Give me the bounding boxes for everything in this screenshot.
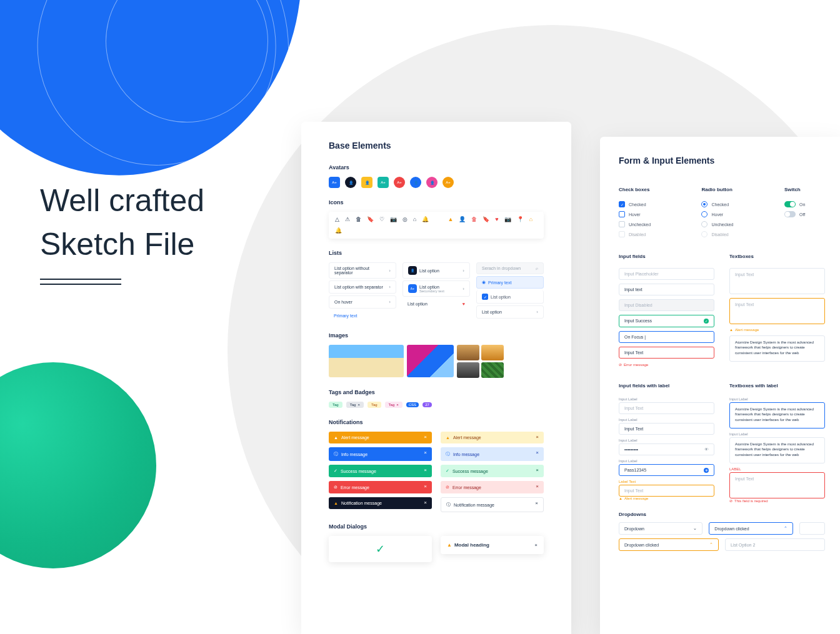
search-input[interactable]: Serach in dropdown⌕ [476, 262, 544, 274]
tag[interactable]: Tag× [385, 402, 402, 408]
avatar: A+ [394, 177, 405, 188]
warning-icon: ▲ [446, 435, 450, 440]
error-notification: ⊘Error message× [441, 481, 544, 493]
info-notification: ⓘInfo message× [441, 447, 544, 461]
chevron-right-icon: › [389, 268, 391, 274]
field-label: Input Label [619, 459, 714, 463]
close-icon[interactable]: × [424, 434, 427, 440]
lists-columns: List option without separator› List opti… [329, 262, 544, 321]
image-thumbnail [457, 362, 479, 378]
form-elements-panel: Form & Input Elements Check boxes ✓Check… [600, 137, 840, 634]
close-icon[interactable]: × [536, 450, 539, 455]
text-input[interactable]: Input Text [619, 423, 714, 435]
text-input[interactable]: On Focus | [619, 331, 714, 343]
info-icon: ⓘ [446, 502, 451, 508]
dropdown[interactable] [799, 522, 825, 535]
search-icon: ⌕ [536, 266, 538, 270]
switch-item[interactable]: Off [784, 211, 825, 217]
close-icon[interactable]: × [424, 500, 427, 505]
checkbox-icon: ✓ [619, 201, 625, 207]
warning-icon: ▲ [447, 542, 452, 548]
image-thumbnail [481, 345, 504, 360]
close-icon[interactable]: × [534, 542, 538, 548]
dropdown-option[interactable]: List Option 2 [725, 538, 825, 551]
lists-heading: Lists [329, 250, 544, 256]
dropdown[interactable]: Dropdown clicked⌃ [619, 538, 719, 551]
textarea[interactable]: Atomize Design System is the most advanc… [729, 335, 825, 362]
textarea[interactable]: Input Text [729, 268, 825, 294]
eye-icon: 👁 [704, 447, 709, 452]
location-icon: 📍 [517, 217, 524, 222]
close-icon[interactable]: × [536, 434, 539, 440]
field-label: Input Label [619, 397, 714, 401]
modal: ✓ [329, 536, 432, 562]
dropdown[interactable]: Dropdown⌄ [619, 522, 702, 535]
error-notification: ⊘Error message× [329, 481, 432, 493]
list-item[interactable]: On hover› [329, 295, 396, 309]
list-item[interactable]: ✓List option [476, 290, 544, 304]
switch-heading: Switch [784, 187, 825, 192]
password-input[interactable]: •••••••••👁 [619, 443, 714, 455]
dropdown[interactable]: Dropdown clicked⌃ [709, 522, 792, 535]
close-icon[interactable]: × [424, 467, 427, 473]
success-notification: ✓Success message× [441, 465, 544, 477]
dropdown-row: Dropdown⌄ Dropdown clicked⌃ [619, 522, 825, 535]
list-item[interactable]: 👤List option› [402, 262, 470, 279]
list-item[interactable]: Primary text [329, 310, 396, 321]
radio-item[interactable]: Checked [701, 201, 769, 207]
badge: 27 [422, 402, 432, 407]
radio-item[interactable]: Unchecked [701, 221, 769, 227]
warning-icon: △ [335, 217, 339, 222]
close-icon[interactable]: × [424, 483, 427, 489]
green-circle [0, 362, 156, 568]
tag[interactable]: Tag [368, 402, 381, 408]
tag[interactable]: Tag× [346, 402, 364, 408]
textarea[interactable]: Input Text [729, 298, 825, 324]
text-input[interactable]: Input Text [619, 485, 714, 497]
checkbox-item[interactable]: Hover [619, 211, 686, 217]
radio-item[interactable]: Hover [701, 211, 769, 217]
list-item[interactable]: List option with separator› [329, 280, 396, 294]
images-heading: Images [329, 332, 544, 339]
list-item[interactable]: List option› [476, 305, 544, 319]
bell-icon: 🔔 [422, 217, 429, 222]
textarea[interactable]: Atomize Design System is the most advanc… [729, 437, 825, 463]
checkbox-item[interactable]: Unchecked [619, 221, 686, 227]
input-fields-heading: Input fields [619, 254, 714, 259]
base-elements-panel: Base Elements Avatars A+ 👤 👤 A+ A+ 👤 👤 A… [301, 122, 571, 634]
user-icon: ⚠ [345, 217, 350, 222]
home-icon: ⌂ [529, 217, 532, 222]
textarea[interactable]: Input Text [729, 472, 825, 498]
warning-icon: ▲ [334, 501, 338, 505]
checkbox-icon [619, 211, 625, 217]
close-icon[interactable]: × [536, 467, 539, 473]
textbox-label-heading: Textboxes with label [729, 383, 825, 389]
eye-icon[interactable]: 👁 [704, 468, 709, 473]
image-thumbnail [481, 362, 504, 378]
error-icon: ⊘ [729, 498, 732, 503]
close-icon: × [396, 403, 399, 407]
textarea[interactable]: Atomize Design System is the most advanc… [729, 402, 825, 428]
text-input[interactable]: Input Placeholder [619, 268, 714, 280]
switch-item[interactable]: On [784, 201, 825, 207]
tag[interactable]: Tag [329, 402, 342, 408]
info-notification: ⓘInfo message× [329, 447, 432, 461]
text-input[interactable]: Input Success✓ [619, 315, 714, 327]
password-input[interactable]: Pass12345👁 [619, 464, 714, 476]
list-item[interactable]: List option♥ [402, 299, 470, 309]
warning-icon: ▲ [729, 328, 733, 332]
checkbox-item: Disabled [619, 231, 686, 237]
list-item[interactable]: A+List optionSecondary text› [402, 280, 470, 297]
checkbox-item[interactable]: ✓Checked [619, 201, 686, 207]
list-item[interactable]: ◉Primary text [476, 276, 544, 289]
close-icon[interactable]: × [424, 450, 427, 455]
checkbox-icon [619, 231, 625, 237]
list-item[interactable]: List option without separator› [329, 262, 396, 279]
text-input[interactable]: Input text [619, 284, 714, 295]
text-input[interactable]: Input Text [619, 402, 714, 414]
close-icon[interactable]: × [536, 483, 539, 489]
close-icon[interactable]: × [535, 500, 538, 506]
dropdowns-heading: Dropdowns [619, 512, 825, 517]
location-icon: ◎ [402, 217, 408, 222]
text-input[interactable]: Input Text [619, 347, 714, 359]
